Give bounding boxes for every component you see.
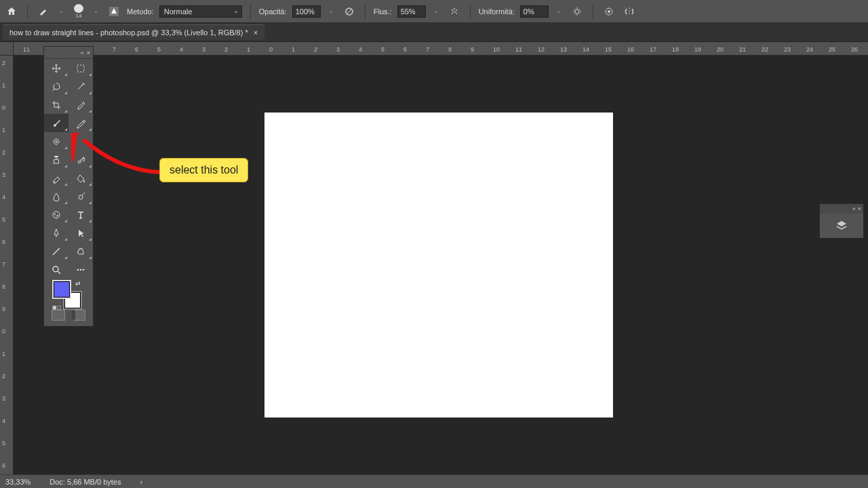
collapsed-panel[interactable]: » ×: [819, 203, 864, 239]
document-tab[interactable]: how to draw straight lines - photoshop.p…: [3, 24, 264, 40]
brush-settings-icon[interactable]: [106, 4, 121, 19]
tool-preset-icon[interactable]: [36, 4, 51, 19]
airbrush-icon[interactable]: [447, 4, 462, 19]
document-tab-bar: how to draw straight lines - photoshop.p…: [0, 23, 868, 42]
brush-size-value: 14: [76, 13, 82, 19]
smoothing-gear-icon[interactable]: [570, 4, 585, 19]
svg-point-17: [77, 268, 79, 270]
smoothing-arrow[interactable]: ⌄: [554, 8, 564, 14]
canvas-area[interactable]: [14, 56, 868, 474]
svg-point-5: [575, 9, 579, 14]
brush-picker-arrow[interactable]: ⌄: [91, 8, 101, 14]
tool-paint-bucket[interactable]: [68, 169, 93, 187]
tool-pen[interactable]: [44, 224, 68, 242]
layers-icon[interactable]: [835, 219, 848, 232]
symmetry-icon[interactable]: [622, 4, 637, 19]
tool-preset-dropdown-arrow[interactable]: ⌄: [56, 8, 66, 14]
svg-point-18: [80, 268, 82, 270]
svg-point-2: [452, 9, 453, 11]
opacity-label: Opacità:: [259, 7, 287, 16]
tools-collapse-icon[interactable]: «: [81, 49, 84, 56]
blend-mode-dropdown[interactable]: Normale ⌄: [159, 5, 242, 18]
tool-lasso[interactable]: [44, 77, 68, 96]
tab-close-icon[interactable]: ×: [254, 28, 258, 37]
document-title: how to draw straight lines - photoshop.p…: [9, 28, 248, 37]
svg-point-7: [608, 10, 610, 13]
tool-eraser[interactable]: [44, 169, 68, 187]
canvas-document[interactable]: [264, 113, 613, 418]
tool-brush[interactable]: [44, 114, 68, 132]
tool-healing[interactable]: [44, 132, 68, 150]
smoothing-label: Uniformità:: [479, 7, 515, 16]
panel-close-icon[interactable]: ×: [858, 205, 861, 212]
default-colors-icon[interactable]: ◼◻: [52, 304, 62, 310]
tool-pencil[interactable]: [68, 114, 93, 132]
tools-panel-header: « ×: [44, 47, 93, 59]
color-swatches: ⇄ ◼◻: [44, 279, 93, 308]
ruler-vertical[interactable]: 2101234567890123456: [0, 56, 14, 474]
tool-sponge[interactable]: [44, 205, 68, 224]
quickmask-icon[interactable]: [52, 310, 65, 321]
svg-point-4: [456, 9, 457, 11]
flow-arrow[interactable]: ⌄: [431, 8, 441, 14]
pressure-opacity-icon[interactable]: [342, 4, 357, 19]
svg-point-12: [53, 211, 60, 218]
doc-size-info[interactable]: Doc: 5,66 MB/0 bytes: [50, 478, 121, 486]
swap-colors-icon[interactable]: ⇄: [75, 280, 81, 287]
tools-panel: « × ⇄ ◼◻: [43, 46, 94, 327]
foreground-color-swatch[interactable]: [54, 281, 70, 298]
panel-expand-icon[interactable]: »: [852, 205, 856, 212]
screen-mode-row: [44, 308, 93, 322]
flow-value[interactable]: 55%: [397, 5, 426, 18]
tool-crop[interactable]: [44, 96, 68, 114]
ruler-origin[interactable]: [0, 42, 14, 56]
svg-rect-9: [77, 65, 84, 72]
tool-blur[interactable]: [44, 187, 68, 205]
options-bar: ⌄ 14 ⌄ Metodo: Normale ⌄ Opacità: 100% ⌄…: [0, 0, 868, 23]
svg-point-15: [56, 216, 57, 217]
ruler-horizontal[interactable]: 1110987654321012345678910111213141516171…: [14, 42, 868, 56]
tool-path-select[interactable]: [68, 224, 93, 242]
svg-point-19: [83, 268, 85, 270]
smoothing-value[interactable]: 0%: [520, 5, 549, 18]
tool-more[interactable]: [68, 260, 93, 279]
svg-point-16: [53, 266, 58, 272]
status-arrow-icon[interactable]: ›: [140, 478, 142, 486]
zoom-level[interactable]: 33,33%: [5, 478, 31, 486]
tools-close-icon[interactable]: ×: [87, 49, 90, 56]
flow-label: Flus.:: [374, 7, 392, 16]
opacity-value[interactable]: 100%: [292, 5, 321, 18]
annotation-callout: select this tool: [159, 158, 248, 182]
tool-eyedropper[interactable]: [68, 96, 93, 114]
svg-rect-11: [54, 156, 58, 157]
svg-point-14: [57, 215, 58, 216]
tool-type[interactable]: [68, 205, 93, 224]
tool-marquee[interactable]: [68, 59, 93, 77]
annotation-text: select this tool: [170, 164, 238, 176]
tool-move[interactable]: [44, 59, 68, 77]
status-bar: 33,33% Doc: 5,66 MB/0 bytes ›: [0, 474, 868, 488]
tool-hand[interactable]: [68, 242, 93, 260]
home-icon[interactable]: [4, 4, 19, 19]
brush-preview[interactable]: 14: [72, 4, 85, 19]
tool-clone[interactable]: [44, 150, 68, 169]
tool-history-brush[interactable]: [68, 150, 93, 169]
tool-line[interactable]: [44, 242, 68, 260]
svg-point-3: [454, 8, 455, 9]
opacity-arrow[interactable]: ⌄: [326, 8, 336, 14]
pressure-size-icon[interactable]: [601, 4, 616, 19]
mode-label: Metodo:: [127, 7, 154, 16]
screenmode-icon[interactable]: [72, 310, 85, 321]
svg-point-10: [83, 83, 84, 85]
tool-zoom[interactable]: [44, 260, 68, 279]
tool-dodge[interactable]: [68, 187, 93, 205]
tool-magic-wand[interactable]: [68, 77, 93, 96]
svg-point-13: [54, 214, 56, 215]
tool-empty: [68, 132, 93, 150]
blend-mode-value: Normale: [164, 7, 193, 16]
